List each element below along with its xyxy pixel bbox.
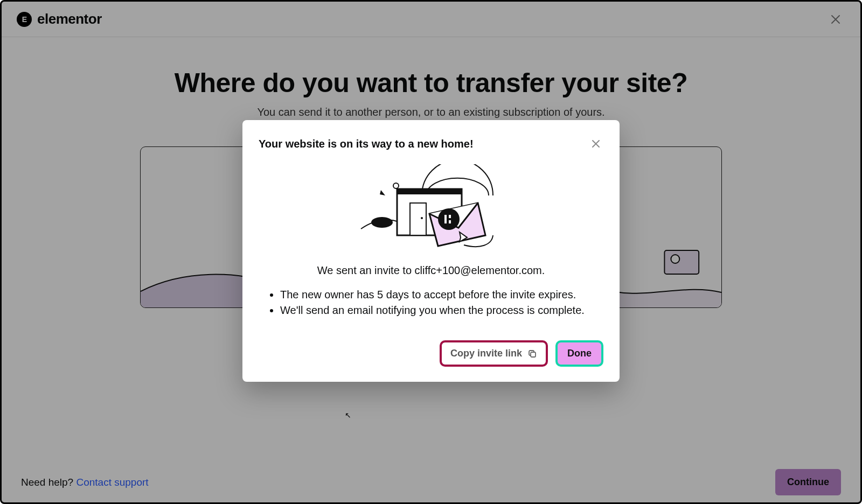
modal-illustration xyxy=(259,164,603,250)
svg-point-8 xyxy=(438,208,460,230)
close-icon xyxy=(592,139,600,148)
modal-info-item: We'll send an email notifying you when t… xyxy=(280,304,603,317)
copy-icon xyxy=(527,349,537,359)
modal-info-list: The new owner has 5 days to accept befor… xyxy=(280,289,603,317)
modal-sent-line: We sent an invite to cliffc+100@elemento… xyxy=(259,264,603,277)
svg-point-3 xyxy=(393,183,399,188)
svg-rect-10 xyxy=(449,215,451,218)
svg-rect-13 xyxy=(531,352,536,357)
done-button[interactable]: Done xyxy=(555,340,603,367)
transfer-success-modal: Your website is on its way to a new home… xyxy=(242,120,620,382)
envelope-house-icon xyxy=(358,164,504,250)
modal-title: Your website is on its way to a new home… xyxy=(259,138,474,150)
svg-rect-6 xyxy=(410,203,426,235)
modal-info-item: The new owner has 5 days to accept befor… xyxy=(280,289,603,301)
svg-point-7 xyxy=(421,217,423,219)
svg-rect-9 xyxy=(444,215,447,223)
modal-close-button[interactable] xyxy=(588,136,603,151)
svg-point-2 xyxy=(371,217,393,228)
cursor-icon: ↖ xyxy=(345,411,351,419)
copy-invite-link-button[interactable]: Copy invite link xyxy=(440,340,548,367)
copy-invite-link-label: Copy invite link xyxy=(450,348,522,359)
svg-rect-5 xyxy=(397,189,462,194)
svg-rect-11 xyxy=(449,220,451,223)
